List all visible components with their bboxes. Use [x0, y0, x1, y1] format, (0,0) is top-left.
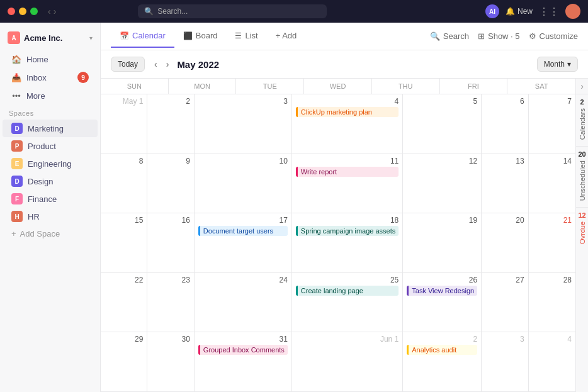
- calendar-cell-may3[interactable]: 3: [195, 94, 292, 154]
- calendar-cell-may11[interactable]: 11 Write report: [292, 154, 403, 214]
- overdue-label[interactable]: Ovrdue: [577, 219, 587, 247]
- calendar-cell-may31[interactable]: 31 Grouped Inbox Comments: [195, 332, 292, 392]
- calendar-cell-may18[interactable]: 18 Spring campaign image assets: [292, 213, 403, 273]
- sidebar-item-home[interactable]: 🏠 Home: [3, 50, 98, 68]
- event-write-report[interactable]: Write report: [296, 167, 399, 177]
- close-dot[interactable]: [8, 8, 15, 15]
- global-search-bar[interactable]: 🔍 Search...: [138, 4, 327, 18]
- calendar-cell-jun2[interactable]: 2 Analytics audit: [403, 332, 482, 392]
- calendar-cell-may22[interactable]: 22: [101, 273, 147, 333]
- inbox-label: Inbox: [26, 73, 47, 82]
- search-icon: 🔍: [430, 31, 440, 41]
- cell-date: 25: [296, 276, 399, 286]
- sidebar-item-more[interactable]: ••• More: [3, 87, 98, 104]
- inbox-badge: 9: [77, 72, 89, 83]
- cell-date: 9: [151, 157, 189, 167]
- calendar-cell-may20[interactable]: 20: [482, 213, 528, 273]
- calendar-cell-may26[interactable]: 26 Task View Redesign: [403, 273, 482, 333]
- cell-date: 16: [151, 216, 189, 226]
- sidebar-item-marketing[interactable]: D Marketing: [3, 120, 98, 137]
- sidebar-item-engineering[interactable]: E Engineering: [3, 155, 98, 172]
- calendars-label[interactable]: Calendars: [577, 106, 587, 142]
- event-create-landing[interactable]: Create landing page: [296, 286, 399, 296]
- tab-board[interactable]: ⬛ Board: [174, 25, 227, 48]
- show-action[interactable]: ⊞ Show · 5: [478, 31, 520, 41]
- plus-icon: +: [11, 229, 16, 238]
- calendar-cell-may13[interactable]: 13: [482, 154, 528, 214]
- day-label-sun: Sun: [101, 79, 169, 94]
- calendar-cell-jun1[interactable]: Jun 1: [292, 332, 403, 392]
- cell-date: 27: [485, 276, 524, 286]
- cell-date: 4: [533, 335, 572, 345]
- calendar-cell-may23[interactable]: 23: [147, 273, 194, 333]
- cell-date: 8: [105, 157, 143, 167]
- design-label: Design: [28, 177, 53, 186]
- calendar-cell-may6[interactable]: 6: [482, 94, 528, 154]
- cell-date: 22: [105, 276, 143, 286]
- calendar-cell-may30[interactable]: 30: [147, 332, 194, 392]
- tab-list[interactable]: ☰ List: [226, 25, 266, 48]
- view-month-button[interactable]: Month ▾: [537, 57, 578, 72]
- calendar-cell-may27[interactable]: 27: [482, 273, 528, 333]
- calendar-cell-may21[interactable]: 21: [529, 213, 575, 273]
- sidebar-item-product[interactable]: P Product: [3, 137, 98, 155]
- calendar-cell-may12[interactable]: 12: [403, 154, 482, 214]
- new-button[interactable]: 🔔 New: [506, 7, 533, 16]
- calendar-cell-may25[interactable]: 25 Create landing page: [292, 273, 403, 333]
- cell-date: 6: [485, 97, 524, 107]
- panel-expand-button[interactable]: ›: [578, 79, 586, 94]
- calendar-cell-may24[interactable]: 24: [195, 273, 292, 333]
- maximize-dot[interactable]: [30, 8, 38, 15]
- back-arrow[interactable]: ‹: [48, 6, 51, 16]
- cell-date: 18: [296, 216, 399, 226]
- today-button[interactable]: Today: [111, 57, 145, 72]
- add-space-button[interactable]: + Add Space: [3, 225, 98, 242]
- grid-icon[interactable]: ⋮⋮: [539, 6, 559, 18]
- customize-label: Customize: [540, 31, 578, 41]
- calendar-cell-may9[interactable]: 9: [147, 154, 194, 214]
- calendar-cell-may14[interactable]: 14: [529, 154, 575, 214]
- calendar-cell-may2[interactable]: 2: [147, 94, 194, 154]
- calendar-cell-may8[interactable]: 8: [101, 154, 147, 214]
- prev-month-button[interactable]: ‹: [151, 58, 161, 70]
- sidebar-item-design[interactable]: D Design: [3, 172, 98, 190]
- tab-add[interactable]: + Add: [267, 25, 306, 48]
- sidebar-item-finance[interactable]: F Finance: [3, 190, 98, 208]
- calendar-cell-may7[interactable]: 7: [529, 94, 575, 154]
- calendar-cell-may16[interactable]: 16: [147, 213, 194, 273]
- calendar-cell-may4[interactable]: 4 ClickUp marketing plan: [292, 94, 403, 154]
- customize-action[interactable]: ⚙ Customize: [529, 31, 578, 41]
- cell-date: 24: [198, 276, 288, 286]
- day-label-mon: Mon: [169, 79, 237, 94]
- event-clickup-marketing[interactable]: ClickUp marketing plan: [296, 107, 399, 117]
- ai-button[interactable]: AI: [485, 4, 499, 18]
- bell-icon: 🔔: [506, 7, 515, 16]
- event-document-target[interactable]: Document target users: [198, 226, 288, 236]
- event-task-view[interactable]: Task View Redesign: [407, 286, 477, 296]
- forward-arrow[interactable]: ›: [54, 6, 57, 16]
- calendar-cell-jun4[interactable]: 4: [529, 332, 575, 392]
- search-action[interactable]: 🔍 Search: [430, 31, 469, 41]
- calendar-cell-may19[interactable]: 19: [403, 213, 482, 273]
- calendar-cell-may5[interactable]: 5: [403, 94, 482, 154]
- calendar-cell-may17[interactable]: 17 Document target users: [195, 213, 292, 273]
- tab-calendar[interactable]: 📅 Calendar: [111, 25, 174, 48]
- minimize-dot[interactable]: [19, 8, 26, 15]
- calendar-body: Sun Mon Tue Wed Thu Fri Sat May 1 2 3 4: [101, 79, 588, 392]
- workspace-selector[interactable]: A Acme Inc. ▾: [0, 28, 100, 48]
- calendar-cell-may15[interactable]: 15: [101, 213, 147, 273]
- sidebar-item-hr[interactable]: H HR: [3, 208, 98, 225]
- user-avatar[interactable]: [565, 4, 580, 19]
- calendar-cell-apr30[interactable]: May 1: [101, 94, 147, 154]
- calendar-cell-may29[interactable]: 29: [101, 332, 147, 392]
- event-spring-campaign[interactable]: Spring campaign image assets: [296, 226, 399, 236]
- calendar-cell-jun3[interactable]: 3: [482, 332, 528, 392]
- cell-date: 17: [198, 216, 288, 226]
- next-month-button[interactable]: ›: [163, 58, 172, 70]
- unscheduled-label[interactable]: Unscheduled: [577, 158, 587, 203]
- calendar-cell-may28[interactable]: 28: [529, 273, 575, 333]
- event-grouped-inbox[interactable]: Grouped Inbox Comments: [198, 345, 288, 355]
- event-analytics-audit[interactable]: Analytics audit: [407, 345, 477, 355]
- calendar-cell-may10[interactable]: 10: [195, 154, 292, 214]
- sidebar-item-inbox[interactable]: 📥 Inbox 9: [3, 68, 98, 87]
